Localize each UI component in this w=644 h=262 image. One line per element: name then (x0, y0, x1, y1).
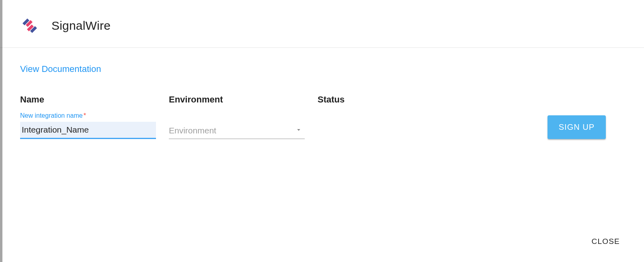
integration-form: Name Environment Status New integration … (20, 94, 624, 139)
page-title: SignalWire (51, 19, 111, 33)
column-headers-row: Name Environment Status (20, 94, 624, 112)
chevron-down-icon (295, 126, 302, 135)
page-header: SignalWire (0, 0, 644, 48)
required-asterisk: * (84, 112, 86, 119)
signup-button[interactable]: SIGN UP (548, 115, 606, 139)
form-row: New integration name* Environment SIGN U… (20, 112, 624, 139)
column-header-status: Status (318, 94, 466, 105)
name-field-block: New integration name* (20, 112, 169, 139)
close-button[interactable]: CLOSE (588, 233, 624, 250)
environment-field-block: Environment (169, 123, 318, 139)
name-label-text: New integration name (20, 112, 83, 119)
signalwire-logo-icon (20, 16, 39, 35)
content-area: View Documentation Name Environment Stat… (0, 48, 644, 139)
left-edge-shadow (0, 0, 2, 262)
column-header-name: Name (20, 94, 169, 105)
environment-select[interactable]: Environment (169, 123, 305, 139)
integration-name-input[interactable] (20, 122, 156, 139)
column-header-environment: Environment (169, 94, 318, 105)
name-input-label: New integration name* (20, 112, 157, 119)
view-documentation-link[interactable]: View Documentation (20, 64, 101, 74)
environment-placeholder: Environment (169, 126, 216, 135)
